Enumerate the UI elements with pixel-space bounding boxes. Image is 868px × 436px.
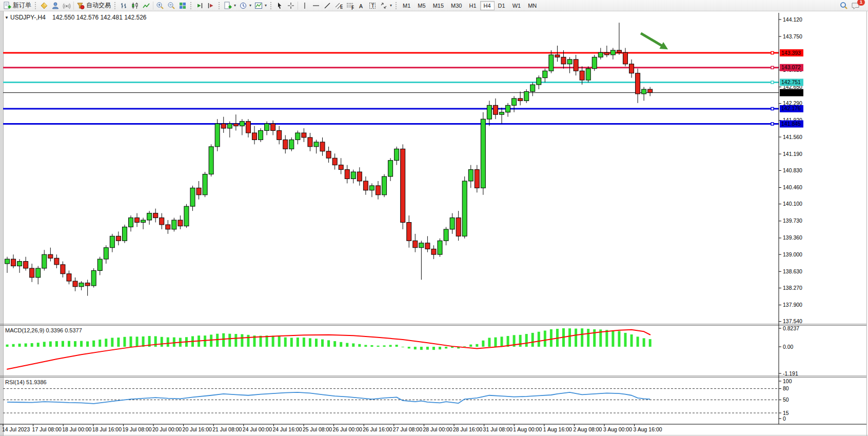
macd-histogram-bar [352, 343, 354, 347]
macd-histogram-bar [488, 338, 490, 347]
candle-body [493, 105, 498, 114]
candle-body [339, 165, 343, 170]
svg-text:F: F [351, 4, 354, 10]
profile-button[interactable] [38, 1, 50, 11]
candle-body [265, 124, 269, 130]
arrows-button[interactable]: ▾ [378, 1, 393, 11]
timeframe-h1[interactable]: H1 [465, 1, 480, 10]
auto-trading-icon [76, 2, 85, 10]
chart-dropdown-icon[interactable]: ▼ [5, 15, 9, 20]
zoom-in-button[interactable] [154, 1, 166, 11]
auto-trading-label: 自动交易 [86, 1, 111, 10]
macd-histogram-bar [370, 345, 373, 347]
time-axis-label: 26 Jul 00:00 [333, 426, 362, 432]
candle-body [196, 188, 201, 194]
new-order-button[interactable]: 新订单 [2, 1, 33, 11]
candle-body [629, 64, 634, 73]
text-label-button[interactable]: T [367, 1, 378, 11]
vertical-line-button[interactable] [299, 1, 310, 11]
macd-histogram-bar [25, 343, 27, 347]
signal-button[interactable] [61, 1, 72, 11]
text-label-icon: T [368, 2, 377, 10]
annotation-arrow-shaft[interactable] [641, 33, 663, 47]
channel-button[interactable]: E [333, 1, 344, 11]
candle-body [30, 268, 34, 278]
line-handle[interactable] [771, 107, 774, 110]
macd-histogram-bar [18, 344, 21, 347]
candle-body [500, 112, 504, 114]
candle-body [190, 188, 195, 206]
bar-chart-button[interactable] [118, 1, 129, 11]
chart-window: 144.120143.750143.020142.650142.290141.9… [0, 11, 868, 436]
timeframe-m15[interactable]: M15 [429, 1, 447, 10]
horizontal-line-icon [312, 2, 320, 10]
horizontal-line-button[interactable] [310, 1, 322, 11]
chart-shift-button[interactable] [205, 1, 216, 11]
candle-body [518, 98, 523, 101]
line-handle[interactable] [771, 81, 774, 84]
price-tick-label: 139.730 [783, 217, 802, 224]
macd-histogram-bar [605, 330, 608, 347]
line-handle[interactable] [771, 52, 774, 54]
indicators-button[interactable]: ▾ [253, 1, 268, 11]
line-handle[interactable] [771, 66, 774, 69]
timeframe-m5[interactable]: M5 [414, 1, 429, 10]
timeframe-m1[interactable]: M1 [399, 1, 414, 10]
macd-tick-label: -1.191 [783, 370, 798, 376]
cursor-button[interactable] [274, 1, 285, 11]
new-chart-button[interactable]: ▾ [222, 1, 238, 11]
auto-trading-button[interactable]: 自动交易 [75, 1, 112, 11]
price-tick-label: 143.750 [783, 33, 802, 39]
tile-windows-button[interactable] [177, 1, 188, 11]
candle-body [623, 52, 628, 64]
macd-histogram-bar [643, 338, 645, 347]
macd-tick-label: 0.8237 [783, 325, 799, 331]
candle-body [79, 283, 84, 287]
auto-scroll-button[interactable] [194, 1, 205, 11]
candle-body [555, 55, 560, 57]
candle-body [567, 60, 572, 64]
chevron-down-icon: ▾ [234, 3, 236, 8]
fibonacci-icon: F [346, 2, 354, 10]
macd-histogram-bar [439, 347, 441, 349]
candle-body [320, 142, 325, 151]
candle-body [376, 186, 381, 195]
timeframe-mn[interactable]: MN [524, 1, 540, 10]
macd-histogram-bar [62, 341, 64, 347]
zoom-out-button[interactable] [166, 1, 177, 11]
macd-histogram-bar [43, 342, 46, 347]
crosshair-button[interactable] [285, 1, 297, 11]
candle-body [277, 131, 282, 140]
timeframe-m30[interactable]: M30 [447, 1, 465, 10]
rsi-label: RSI(14) 51.9386 [5, 379, 47, 385]
line-chart-button[interactable] [141, 1, 152, 11]
candle-body [141, 220, 146, 222]
candle-body [598, 52, 603, 57]
trendline-button[interactable] [322, 1, 333, 11]
price-tag-label: 143.393 [781, 50, 801, 56]
price-tick-label: 139.000 [783, 251, 802, 257]
search-button[interactable] [838, 1, 850, 11]
text-button[interactable]: A [356, 1, 367, 11]
candle-body [636, 73, 640, 94]
fibonacci-button[interactable]: F [344, 1, 356, 11]
candle-body [67, 274, 71, 281]
timeframe-w1[interactable]: W1 [509, 1, 525, 10]
macd-histogram-bar [136, 336, 139, 347]
line-handle[interactable] [771, 123, 774, 125]
candle-body [110, 236, 114, 247]
candlestick-button[interactable] [129, 1, 141, 11]
timeframe-d1[interactable]: D1 [495, 1, 509, 10]
chevron-down-icon: ▾ [265, 3, 267, 8]
notifications-button[interactable]: 1 [850, 1, 861, 11]
market-watch-button[interactable] [50, 1, 61, 11]
chart-canvas[interactable]: 144.120143.750143.020142.650142.290141.9… [0, 11, 868, 436]
macd-histogram-bar [266, 335, 268, 347]
candle-body [561, 57, 566, 64]
macd-histogram-bar [611, 330, 614, 347]
candle-body [153, 213, 158, 218]
timeframe-h4[interactable]: H4 [480, 1, 495, 10]
period-button[interactable]: ▾ [238, 1, 253, 11]
macd-histogram-bar [315, 339, 318, 347]
toolbar-grip [34, 2, 37, 10]
